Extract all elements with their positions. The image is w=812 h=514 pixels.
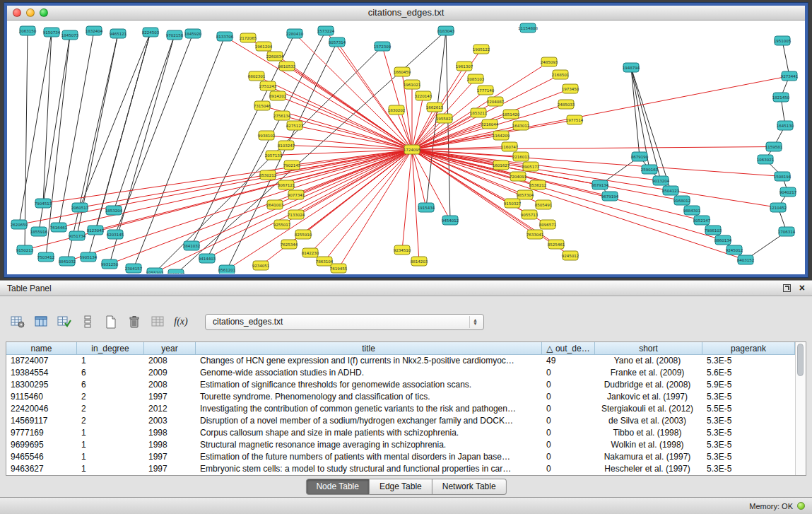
graph-edge[interactable]: [412, 150, 746, 260]
graph-edge[interactable]: [59, 150, 412, 228]
graph-node[interactable]: 1955821: [436, 114, 454, 123]
graph-edge[interactable]: [631, 68, 661, 181]
new-column-button[interactable]: [102, 313, 120, 331]
graph-edge[interactable]: [95, 33, 151, 230]
graph-node[interactable]: 5905134: [80, 252, 98, 262]
graph-edge[interactable]: [337, 42, 412, 150]
graph-edge[interactable]: [59, 31, 94, 228]
table-row[interactable]: 1830029562008Estimation of significance …: [6, 379, 795, 391]
graph-node[interactable]: 9245012: [562, 251, 579, 260]
graph-node[interactable]: 2485093: [541, 57, 558, 66]
graph-node[interactable]: 9077341: [288, 190, 305, 199]
graph-node[interactable]: 1961021: [404, 80, 421, 89]
graph-node[interactable]: 2841032: [183, 241, 201, 250]
table-row[interactable]: 946554611997Estimation of the future num…: [6, 451, 795, 463]
graph-node[interactable]: 1724095: [404, 145, 421, 154]
graph-node[interactable]: 1572309: [374, 42, 392, 51]
graph-node[interactable]: 1601627: [493, 160, 510, 170]
graph-node[interactable]: 9234510: [394, 245, 411, 255]
float-panel-icon[interactable]: [783, 284, 791, 292]
memory-ok-icon[interactable]: [797, 502, 805, 510]
graph-node[interactable]: 9454012: [442, 216, 459, 225]
graph-edge[interactable]: [412, 150, 778, 208]
import-table-button[interactable]: [55, 313, 73, 331]
graph-node[interactable]: 6203145: [107, 230, 124, 239]
graph-node[interactable]: 9051734: [69, 231, 86, 240]
graph-node[interactable]: 6802301: [248, 71, 266, 81]
graph-node[interactable]: 7133024: [288, 210, 305, 219]
graph-node[interactable]: 3067121: [278, 180, 295, 189]
graph-node[interactable]: 1706314: [778, 227, 796, 236]
citation-network-graph[interactable]: 2063150915073418450731832404946512182245…: [7, 21, 805, 274]
graph-node[interactable]: 1573224: [317, 26, 335, 35]
graph-node[interactable]: 9857304: [517, 190, 534, 199]
graph-node[interactable]: 2620659: [11, 220, 28, 229]
graph-node[interactable]: 9414403: [199, 254, 216, 263]
graph-edge[interactable]: [114, 35, 175, 211]
graph-node[interactable]: 7315046: [254, 101, 271, 110]
graph-node[interactable]: 8814203: [411, 257, 428, 266]
graph-edge[interactable]: [782, 41, 789, 76]
tab-node-table[interactable]: Node Table: [305, 479, 370, 495]
graph-node[interactable]: 7902145: [283, 160, 301, 170]
graph-node[interactable]: 1977514: [566, 115, 584, 124]
graph-node[interactable]: 9679194: [601, 192, 619, 201]
graph-edge[interactable]: [225, 37, 412, 150]
graph-node[interactable]: 1853204: [105, 206, 123, 215]
graph-node[interactable]: 1973450: [562, 84, 579, 93]
graph-node[interactable]: 8096571: [539, 220, 557, 229]
column-header-short[interactable]: short: [595, 342, 702, 355]
graph-node[interactable]: 8505491: [535, 200, 553, 209]
graph-node[interactable]: 1210452: [770, 203, 787, 212]
graph-node[interactable]: 8679190: [631, 152, 649, 161]
table-row[interactable]: 977716911998Corpus callosum shape and si…: [6, 427, 795, 439]
graph-node[interactable]: 7619455: [330, 264, 348, 273]
graph-node[interactable]: 7625344: [281, 240, 298, 249]
table-row[interactable]: 969969511998Structural magnetic resonanc…: [6, 439, 795, 451]
table-selector-dropdown[interactable]: citations_edges.txt ▲▼: [205, 314, 484, 330]
table-row[interactable]: 1938455462009Genome-wide association stu…: [6, 367, 795, 379]
graph-node[interactable]: 2060513: [71, 203, 89, 212]
graph-node[interactable]: 1961307: [456, 62, 473, 71]
column-header-name[interactable]: name: [6, 342, 77, 355]
graph-node[interactable]: 1905122: [473, 45, 490, 54]
graph-node[interactable]: 2168501: [552, 70, 570, 79]
graph-edge[interactable]: [207, 31, 326, 259]
table-mode-button[interactable]: [8, 313, 27, 331]
graph-node[interactable]: 9465121: [110, 29, 127, 38]
graph-node[interactable]: 7204091: [510, 172, 527, 181]
graph-node[interactable]: 2590163: [641, 165, 659, 174]
graph-node[interactable]: 1645130: [777, 121, 794, 130]
graph-node[interactable]: 8142230: [302, 248, 319, 257]
graph-node[interactable]: 1951005: [774, 36, 792, 45]
show-columns-button[interactable]: [32, 313, 50, 331]
table-disabled-button[interactable]: [148, 313, 167, 331]
graph-node[interactable]: 8504123: [662, 186, 680, 195]
tab-edge-table[interactable]: Edge Table: [370, 479, 433, 495]
table-row[interactable]: 2242004622012Investigating the contribut…: [6, 403, 795, 415]
graph-node[interactable]: 9150734: [43, 28, 61, 37]
graph-node[interactable]: 1777140: [477, 86, 495, 95]
graph-node[interactable]: 8032147: [167, 269, 185, 274]
graph-node[interactable]: 9150327: [504, 199, 522, 208]
table-panel-header[interactable]: Table Panel ×: [0, 281, 812, 296]
scrollbar-thumb[interactable]: [797, 344, 804, 376]
graph-node[interactable]: 8841032: [59, 257, 76, 266]
graph-node[interactable]: 7503412: [37, 252, 55, 262]
graph-node[interactable]: 9245012: [726, 245, 743, 255]
graph-node[interactable]: 1851420: [502, 110, 520, 119]
graph-node[interactable]: 8905173: [522, 162, 540, 171]
table-scrollbar[interactable]: [795, 342, 806, 475]
graph-node[interactable]: 9234051: [252, 261, 270, 270]
graph-node[interactable]: 1660459: [394, 67, 411, 76]
network-canvas[interactable]: 2063150915073418450731832404946512182245…: [7, 21, 805, 274]
column-header-in_degree[interactable]: in_degree: [77, 342, 144, 355]
graph-node[interactable]: 1915434: [418, 203, 435, 212]
graph-node[interactable]: 1821450: [772, 93, 790, 102]
row-options-button[interactable]: [78, 313, 97, 331]
graph-node[interactable]: 1830202: [388, 105, 406, 115]
function-builder-button[interactable]: f(x): [172, 313, 190, 331]
graph-node[interactable]: 9168012: [673, 196, 691, 205]
graph-node[interactable]: 1508194: [774, 172, 792, 181]
graph-node[interactable]: 2641003: [266, 200, 284, 209]
